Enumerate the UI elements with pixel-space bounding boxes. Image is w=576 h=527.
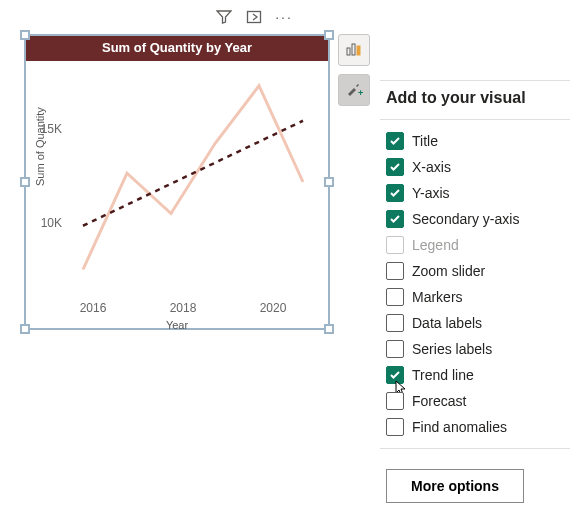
svg-rect-1 <box>347 48 350 55</box>
fields-button[interactable] <box>338 34 370 66</box>
option-label: Markers <box>412 289 463 305</box>
option-series_labels[interactable]: Series labels <box>386 338 564 360</box>
chart-title: Sum of Quantity by Year <box>26 36 328 61</box>
svg-text:+: + <box>358 88 363 98</box>
option-label: Find anomalies <box>412 419 507 435</box>
option-label: Zoom slider <box>412 263 485 279</box>
checkbox-icon <box>386 366 404 384</box>
resize-handle[interactable] <box>324 177 334 187</box>
focus-mode-icon[interactable] <box>245 8 263 26</box>
bar-chart-icon <box>345 40 363 61</box>
y-tick: 15K <box>41 122 62 136</box>
visual-tool-buttons: + <box>338 34 370 106</box>
x-tick: 2018 <box>170 301 197 315</box>
checkbox-icon <box>386 132 404 150</box>
data-series-line <box>83 86 303 270</box>
checkbox-icon <box>386 210 404 228</box>
checkbox-icon <box>386 288 404 306</box>
checkbox-icon <box>386 236 404 254</box>
option-title[interactable]: Title <box>386 130 564 152</box>
option-markers[interactable]: Markers <box>386 286 564 308</box>
resize-handle[interactable] <box>20 324 30 334</box>
more-icon[interactable]: ··· <box>275 8 293 26</box>
option-xaxis[interactable]: X-axis <box>386 156 564 178</box>
checkbox-icon <box>386 314 404 332</box>
option-data_labels[interactable]: Data labels <box>386 312 564 334</box>
paintbrush-icon: + <box>345 80 363 101</box>
checkbox-icon <box>386 392 404 410</box>
option-zoom[interactable]: Zoom slider <box>386 260 564 282</box>
filter-icon[interactable] <box>215 8 233 26</box>
option-secondary_y[interactable]: Secondary y-axis <box>386 208 564 230</box>
checkbox-icon <box>386 184 404 202</box>
option-label: Secondary y-axis <box>412 211 519 227</box>
trend-line <box>83 121 303 226</box>
divider <box>380 119 570 120</box>
y-tick: 10K <box>41 216 62 230</box>
option-anomalies[interactable]: Find anomalies <box>386 416 564 438</box>
add-to-visual-panel: Add to your visual TitleX-axisY-axisSeco… <box>380 80 570 503</box>
format-button[interactable]: + <box>338 74 370 106</box>
more-options-button[interactable]: More options <box>386 469 524 503</box>
option-list: TitleX-axisY-axisSecondary y-axisLegendZ… <box>380 130 570 438</box>
panel-title: Add to your visual <box>386 89 570 107</box>
checkbox-icon <box>386 158 404 176</box>
resize-handle[interactable] <box>20 30 30 40</box>
svg-rect-2 <box>352 44 355 55</box>
option-label: Title <box>412 133 438 149</box>
option-label: Y-axis <box>412 185 450 201</box>
chart-svg <box>68 67 318 297</box>
option-label: Forecast <box>412 393 466 409</box>
option-label: Legend <box>412 237 459 253</box>
plot-area: 15K 10K 2016 2018 2020 <box>68 67 318 297</box>
checkbox-icon <box>386 262 404 280</box>
option-label: Trend line <box>412 367 474 383</box>
option-forecast[interactable]: Forecast <box>386 390 564 412</box>
x-tick: 2020 <box>260 301 287 315</box>
checkbox-icon <box>386 418 404 436</box>
line-chart-visual[interactable]: Sum of Quantity by Year Sum of Quantity … <box>24 34 330 330</box>
option-yaxis[interactable]: Y-axis <box>386 182 564 204</box>
svg-rect-3 <box>357 46 360 55</box>
resize-handle[interactable] <box>324 324 334 334</box>
x-tick: 2016 <box>80 301 107 315</box>
checkbox-icon <box>386 340 404 358</box>
option-label: Series labels <box>412 341 492 357</box>
resize-handle[interactable] <box>20 177 30 187</box>
resize-handle[interactable] <box>324 30 334 40</box>
option-label: Data labels <box>412 315 482 331</box>
visual-header-icons: ··· <box>215 8 293 26</box>
x-axis-label: Year <box>26 319 328 331</box>
option-legend: Legend <box>386 234 564 256</box>
svg-rect-0 <box>248 12 261 23</box>
y-axis-label: Sum of Quantity <box>34 107 46 186</box>
option-trend_line[interactable]: Trend line <box>386 364 564 386</box>
option-label: X-axis <box>412 159 451 175</box>
divider <box>380 448 570 449</box>
